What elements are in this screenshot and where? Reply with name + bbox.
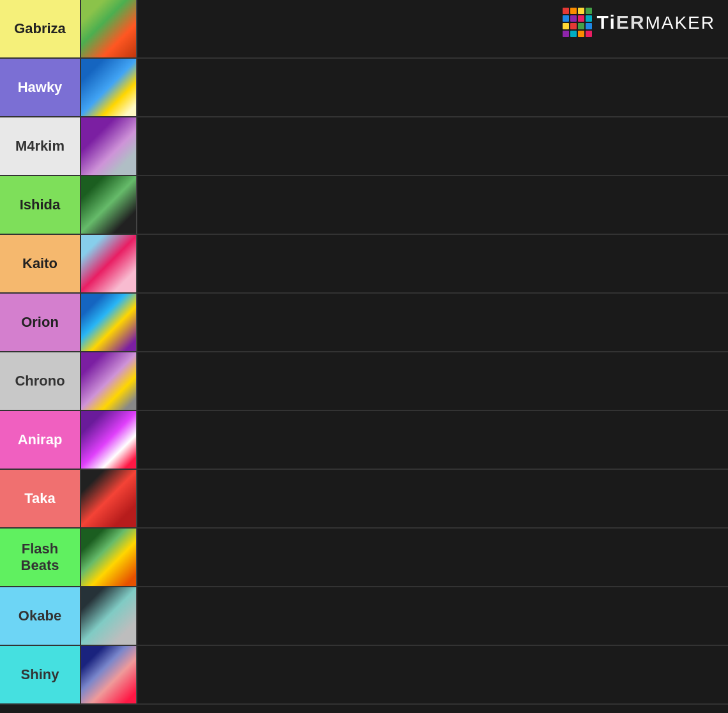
tier-image-okabe [80,587,137,645]
logo-grid-cell [578,8,584,14]
tier-content-kaito[interactable] [137,235,728,292]
logo-grid-cell [578,23,584,29]
logo-grid-cell [563,15,569,22]
char-art-anirap [81,411,136,469]
tier-label-taka: Taka [0,470,80,527]
tier-list: GabrizaHawkyM4rkimIshidaKaitoOrionChrono… [0,0,728,705]
tier-image-m4rkim [80,117,137,175]
tier-label-shiny: Shiny [0,646,80,703]
tier-label-flashbeats: Flash Beats [0,529,80,586]
tier-content-anirap[interactable] [137,411,728,469]
logo-grid [563,8,592,37]
tier-content-shiny[interactable] [137,646,728,703]
logo-text: TiERMAKER [597,11,715,33]
tier-content-chrono[interactable] [137,352,728,410]
tier-row-hawky: Hawky [0,59,728,117]
tier-row-ishida: Ishida [0,176,728,235]
tier-content-orion[interactable] [137,294,728,351]
logo-grid-cell [578,31,584,37]
tier-row-taka: Taka [0,470,728,529]
char-art-kaito [81,235,136,292]
tier-content-flashbeats[interactable] [137,529,728,586]
tier-row-kaito: Kaito [0,235,728,294]
tier-image-anirap [80,411,137,469]
logo-grid-cell [586,31,592,37]
logo-grid-cell [563,23,569,29]
char-art-shiny [81,646,136,703]
tier-image-taka [80,470,137,527]
tier-row-m4rkim: M4rkim [0,117,728,176]
logo-grid-cell [586,23,592,29]
tier-label-chrono: Chrono [0,352,80,410]
tier-row-anirap: Anirap [0,411,728,470]
char-art-m4rkim [81,117,136,175]
char-art-ishida [81,176,136,234]
tier-label-gabriza: Gabriza [0,0,80,57]
tier-label-orion: Orion [0,294,80,351]
tier-image-kaito [80,235,137,292]
char-art-orion [81,294,136,351]
tier-label-ishida: Ishida [0,176,80,234]
char-art-chrono [81,352,136,410]
tier-label-m4rkim: M4rkim [0,117,80,175]
tier-image-gabriza [80,0,137,57]
tiermaker-logo: TiERMAKER [563,8,715,37]
logo-grid-cell [578,15,584,22]
logo-grid-cell [586,8,592,14]
logo-grid-cell [586,15,592,22]
tier-content-okabe[interactable] [137,587,728,645]
tier-row-flashbeats: Flash Beats [0,529,728,587]
char-art-flashbeats [81,529,136,586]
tier-image-shiny [80,646,137,703]
logo-grid-cell [570,31,577,37]
tier-row-shiny: Shiny [0,646,728,705]
tier-image-chrono [80,352,137,410]
tier-content-m4rkim[interactable] [137,117,728,175]
tier-row-okabe: Okabe [0,587,728,646]
tier-row-orion: Orion [0,294,728,352]
logo-grid-cell [570,23,577,29]
tier-content-hawky[interactable] [137,59,728,116]
char-art-okabe [81,587,136,645]
tier-image-orion [80,294,137,351]
logo-grid-cell [563,31,569,37]
tier-label-anirap: Anirap [0,411,80,469]
char-art-gabriza [81,0,136,57]
logo-grid-cell [570,15,577,22]
char-art-hawky [81,59,136,116]
logo-grid-cell [563,8,569,14]
tier-label-kaito: Kaito [0,235,80,292]
tier-image-hawky [80,59,137,116]
tier-row-chrono: Chrono [0,352,728,411]
tier-content-ishida[interactable] [137,176,728,234]
logo-grid-cell [570,8,577,14]
tier-label-okabe: Okabe [0,587,80,645]
char-art-taka [81,470,136,527]
tier-label-hawky: Hawky [0,59,80,116]
tier-image-flashbeats [80,529,137,586]
tier-image-ishida [80,176,137,234]
tier-content-taka[interactable] [137,470,728,527]
